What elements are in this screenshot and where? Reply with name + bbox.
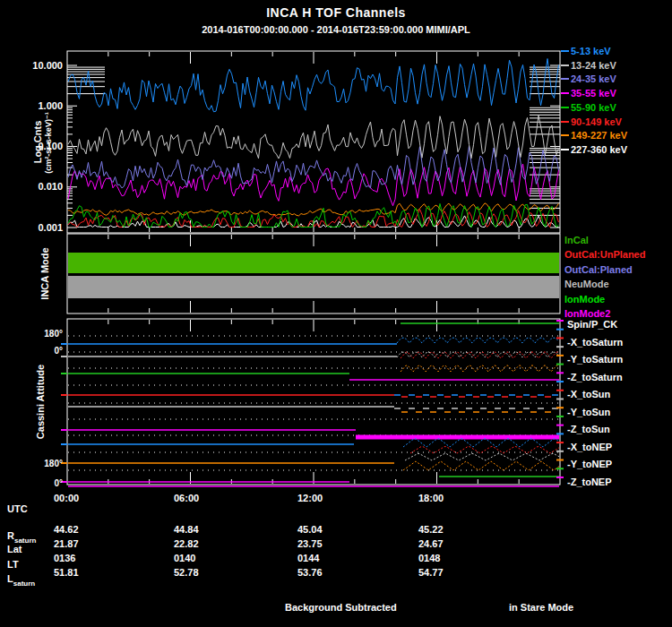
flux-ytick-label: 0.010: [13, 181, 63, 192]
flux-ytick-label: 10.000: [13, 60, 63, 71]
attitude-legend-label: -Z_toNEP: [567, 477, 612, 487]
table-cell: 23.75: [297, 538, 323, 549]
inca-tof-plot-window: INCA H TOF Channels 2014-016T00:00:00.00…: [0, 0, 672, 627]
attitude-legend-label: Spin/P_CK: [567, 319, 617, 330]
attitude-legend-label: -Y_toNEP: [567, 459, 612, 469]
flux-legend-label: 5-13 keV: [571, 46, 611, 56]
table-cell: 22.82: [174, 538, 199, 549]
attitude-legend-label: -X_toSun: [567, 389, 610, 399]
plot-text-overlay: INCA H TOF Channels 2014-016T00:00:00.00…: [0, 0, 672, 627]
attitude-legend-label: -Y_toSaturn: [567, 354, 623, 365]
table-cell: 53.76: [297, 567, 323, 578]
mode-legend-label: NeuMode: [564, 279, 609, 289]
table-row-label-subscript: saturn: [13, 580, 35, 588]
mode-legend-label: OutCal:Planed: [564, 264, 633, 275]
attitude-ytick-label: 180°: [18, 459, 63, 468]
flux-legend-label: 35-55 keV: [571, 88, 616, 99]
attitude-legend-label: -Y_toSun: [567, 407, 610, 417]
table-row-label: Lsaturn: [7, 573, 35, 584]
table-row-label: Rsaturn: [7, 530, 36, 541]
mode-legend-label: IonMode2: [564, 308, 610, 319]
table-cell: 21.87: [54, 538, 79, 549]
table-row-label: LT: [7, 559, 19, 570]
legend-dash: [561, 107, 569, 108]
flux-ytick-label: 1.000: [13, 100, 63, 111]
legend-dash: [561, 50, 569, 52]
flux-legend-label: 13-24 keV: [571, 60, 616, 71]
legend-dash: [561, 64, 569, 66]
table-cell: 44.62: [54, 524, 79, 535]
chart-title: INCA H TOF Channels: [0, 5, 672, 20]
legend-dash: [561, 92, 569, 94]
legend-dash: [561, 78, 569, 80]
flux-ytick-label: 0.001: [13, 222, 63, 233]
mode-axis-label: INCA Mode: [39, 220, 51, 328]
table-cell: 0140: [174, 553, 195, 563]
attitude-legend-label: -Z_toSaturn: [567, 372, 623, 382]
mode-legend-label: IonMode: [564, 294, 605, 305]
legend-dash: [561, 149, 569, 150]
flux-legend-label: 227-360 keV: [571, 144, 627, 155]
attitude-ytick-label: 180°: [18, 329, 63, 339]
attitude-ytick-label: 0°: [18, 346, 63, 356]
table-cell: 18:00: [418, 493, 444, 503]
table-cell: 45.04: [297, 524, 323, 535]
table-cell: 45.22: [418, 524, 444, 535]
attitude-legend-label: -X_toSaturn: [567, 337, 623, 348]
flux-legend-label: 90-149 keV: [571, 116, 622, 127]
table-cell: 0136: [54, 553, 75, 563]
flux-legend-label: 24-35 keV: [571, 73, 616, 84]
table-cell: 51.81: [54, 567, 79, 578]
legend-dash: [561, 134, 569, 136]
table-cell: 0144: [297, 553, 319, 563]
flux-legend-label: 149-227 keV: [571, 130, 627, 141]
table-row-label: Lat: [7, 544, 22, 554]
attitude-ytick-label: 0°: [18, 478, 63, 488]
table-cell: 12:00: [297, 493, 323, 503]
table-cell: 52.78: [174, 567, 199, 578]
attitude-legend-label: -X_toNEP: [567, 442, 612, 452]
chart-subtitle: 2014-016T00:00:00.000 - 2014-016T23:59:0…: [0, 24, 672, 35]
flux-legend-label: 55-90 keV: [571, 102, 616, 113]
table-row-label: UTC: [7, 503, 28, 514]
legend-dash: [561, 121, 569, 123]
table-cell: 24.67: [418, 538, 444, 549]
footer-stare-mode: in Stare Mode: [509, 602, 573, 613]
flux-ytick-label: 0.100: [13, 141, 63, 151]
table-cell: 0148: [418, 553, 440, 563]
table-cell: 06:00: [174, 493, 199, 503]
table-cell: 00:00: [54, 493, 79, 503]
table-cell: 54.77: [418, 567, 444, 578]
attitude-legend-label: -Z_toSun: [567, 424, 610, 434]
mode-legend-label: InCal: [564, 235, 589, 245]
mode-legend-label: OutCal:UnPlaned: [564, 249, 645, 260]
footer-background-subtracted: Background Subtracted: [285, 602, 397, 613]
table-cell: 44.84: [174, 524, 199, 535]
